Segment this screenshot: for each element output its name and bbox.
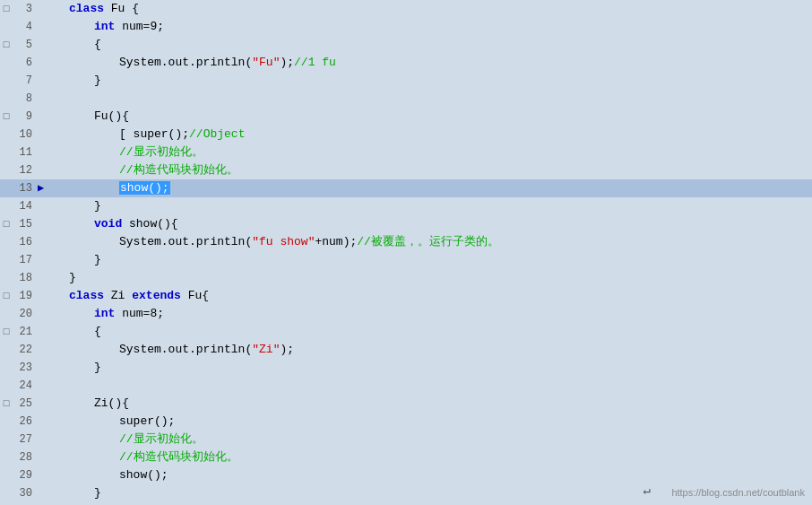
- code-content[interactable]: {: [67, 323, 812, 341]
- fold-indicator[interactable]: □: [0, 108, 13, 126]
- line-gutter: 17: [0, 251, 67, 269]
- code-content[interactable]: {: [67, 36, 812, 54]
- code-token: }: [94, 253, 101, 266]
- code-content[interactable]: }: [67, 251, 812, 269]
- fold-indicator[interactable]: □: [0, 0, 13, 18]
- fold-indicator[interactable]: □: [0, 395, 13, 413]
- code-line: □19 class Zi extends Fu{: [0, 287, 812, 305]
- line-gutter: □9: [0, 108, 67, 126]
- fold-indicator[interactable]: □: [0, 323, 13, 341]
- code-content[interactable]: Fu(){: [67, 108, 812, 126]
- line-number: 22: [13, 341, 38, 359]
- line-gutter: 7: [0, 72, 67, 90]
- code-content[interactable]: [67, 377, 812, 395]
- code-line: 10 [ super();//Object: [0, 126, 812, 144]
- line-number: 13: [13, 179, 38, 197]
- code-token: int: [94, 307, 115, 320]
- code-line: 20 int num=8;: [0, 305, 812, 323]
- code-token: //1 fu: [294, 56, 336, 69]
- line-number: 7: [13, 72, 38, 90]
- code-token: }: [94, 361, 101, 374]
- code-line: 27 //显示初始化。: [0, 431, 812, 448]
- code-content[interactable]: Zi(){: [67, 395, 812, 413]
- line-number: 9: [13, 108, 38, 126]
- code-line: 8: [0, 90, 812, 108]
- line-number: 12: [13, 161, 38, 179]
- code-token: extends: [132, 289, 181, 302]
- selected-token: show();: [119, 181, 170, 195]
- line-gutter: 30: [0, 484, 67, 502]
- code-token: );: [280, 56, 294, 69]
- line-gutter: 22: [0, 341, 67, 359]
- code-content[interactable]: }: [67, 72, 812, 90]
- code-line: 6 System.out.println("Fu");//1 fu: [0, 54, 812, 72]
- code-line: 13▶show();: [0, 179, 812, 197]
- line-gutter: 4: [0, 18, 67, 36]
- line-gutter: 14: [0, 197, 67, 215]
- line-number: 5: [13, 36, 38, 54]
- code-token: Zi(){: [94, 396, 129, 410]
- line-gutter: 29: [0, 466, 67, 484]
- code-line: □15 void show(){: [0, 215, 812, 233]
- code-content[interactable]: class Fu {: [67, 0, 812, 18]
- code-content[interactable]: void show(){: [67, 215, 812, 233]
- line-number: 21: [13, 323, 38, 341]
- code-line: 11 //显示初始化。: [0, 144, 812, 161]
- code-token: Zi: [104, 289, 132, 302]
- code-content[interactable]: System.out.println("Fu");//1 fu: [67, 54, 812, 72]
- fold-indicator[interactable]: □: [0, 215, 13, 233]
- code-content[interactable]: [67, 90, 812, 108]
- code-line: 16 System.out.println("fu show"+num);//被…: [0, 233, 812, 251]
- line-number: 18: [13, 269, 38, 287]
- code-content[interactable]: int num=8;: [67, 305, 812, 323]
- code-token: show();: [119, 468, 168, 482]
- code-token: {: [94, 38, 101, 51]
- line-gutter: 13▶: [0, 179, 67, 197]
- scroll-arrow-icon: ↵: [644, 483, 651, 498]
- line-gutter: 12: [0, 161, 67, 179]
- line-number: 20: [13, 305, 38, 323]
- code-content[interactable]: //构造代码块初始化。: [67, 448, 812, 466]
- line-number: 29: [13, 466, 38, 484]
- code-token: Fu{: [181, 289, 209, 302]
- fold-indicator[interactable]: □: [0, 287, 13, 305]
- fold-indicator[interactable]: □: [0, 36, 13, 54]
- code-content[interactable]: }: [67, 197, 812, 215]
- code-token: num=8;: [115, 307, 164, 320]
- code-content[interactable]: int num=9;: [67, 18, 812, 36]
- line-number: 27: [13, 431, 38, 448]
- code-content[interactable]: super();: [67, 413, 812, 431]
- line-gutter: 18: [0, 269, 67, 287]
- code-content[interactable]: //显示初始化。: [67, 431, 812, 448]
- code-content[interactable]: [ super();//Object: [67, 126, 812, 144]
- code-token: System.out.println(: [119, 343, 252, 356]
- code-token: //Object: [189, 127, 245, 141]
- editor-container: □3 class Fu {4 int num=9;□5 {6 System.ou…: [0, 0, 812, 505]
- code-line: □3 class Fu {: [0, 0, 812, 18]
- code-content[interactable]: //显示初始化。: [67, 144, 812, 161]
- line-number: 11: [13, 144, 38, 161]
- code-content[interactable]: System.out.println("Zi");: [67, 341, 812, 359]
- code-line: 17 }: [0, 251, 812, 269]
- current-line-arrow: ▶: [38, 179, 48, 197]
- code-content[interactable]: show();: [67, 179, 812, 197]
- code-content[interactable]: }: [67, 269, 812, 287]
- line-number: 17: [13, 251, 38, 269]
- code-token: class: [69, 289, 104, 302]
- code-content[interactable]: show();: [67, 466, 812, 484]
- line-number: 26: [13, 413, 38, 431]
- code-line: 24: [0, 377, 812, 395]
- code-content[interactable]: System.out.println("fu show"+num);//被覆盖，…: [67, 233, 812, 251]
- code-token: }: [94, 74, 101, 87]
- code-token: );: [280, 343, 294, 356]
- code-line: □9 Fu(){: [0, 108, 812, 126]
- line-number: 16: [13, 233, 38, 251]
- code-token: super();: [134, 127, 189, 141]
- code-token: //显示初始化。: [119, 432, 203, 446]
- code-content[interactable]: class Zi extends Fu{: [67, 287, 812, 305]
- code-token: //构造代码块初始化。: [119, 163, 238, 177]
- code-content[interactable]: }: [67, 359, 812, 377]
- code-content[interactable]: //构造代码块初始化。: [67, 161, 812, 179]
- line-number: 14: [13, 197, 38, 215]
- code-line: □25 Zi(){: [0, 395, 812, 413]
